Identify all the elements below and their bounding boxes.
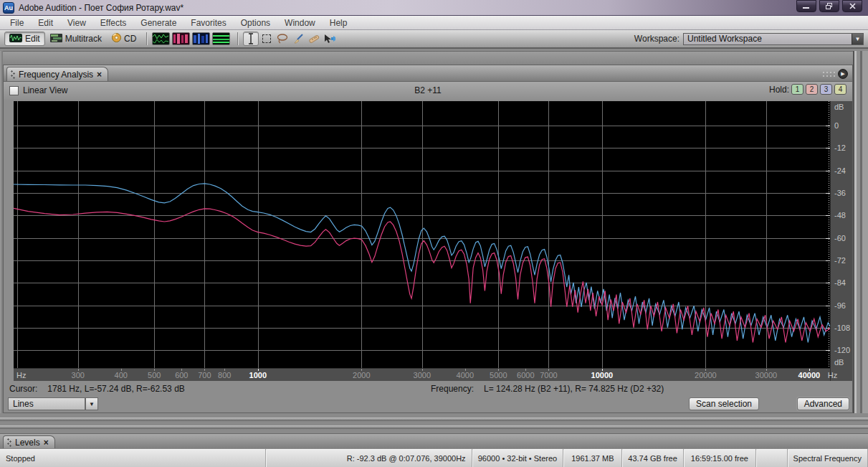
- tab-grip-icon: [11, 70, 15, 79]
- freq-tick: [258, 369, 259, 371]
- db-axis-label: 0: [834, 121, 839, 130]
- menu-generate[interactable]: Generate: [133, 16, 183, 29]
- chevron-down-icon[interactable]: ▼: [85, 397, 98, 410]
- menu-file[interactable]: File: [3, 16, 31, 29]
- waveform-display-button[interactable]: [152, 32, 170, 45]
- freq-tick: [705, 369, 706, 371]
- freq-axis-unit-right: Hz: [828, 371, 837, 379]
- freq-axis-label: 20000: [684, 371, 727, 379]
- panel-menu-button[interactable]: ▶: [838, 69, 848, 79]
- splitter-groove: [0, 418, 868, 421]
- db-axis-label: -84: [834, 278, 846, 287]
- advanced-button[interactable]: Advanced: [797, 397, 849, 410]
- menu-window[interactable]: Window: [277, 16, 323, 29]
- status-bar: StoppedR: -92.3 dB @ 0:07.076, 39000Hz96…: [0, 448, 868, 467]
- hold-button-3[interactable]: 3: [820, 84, 832, 95]
- menu-effects[interactable]: Effects: [93, 16, 133, 29]
- minimize-button[interactable]: [796, 0, 816, 12]
- tab-close-icon[interactable]: ×: [97, 71, 102, 78]
- freq-tick: [361, 369, 362, 371]
- freq-tick: [121, 369, 122, 371]
- chart-plot-area[interactable]: [14, 101, 830, 368]
- tab-frequency-analysis[interactable]: Frequency Analysis ×: [6, 67, 108, 81]
- hold-label: Hold:: [769, 85, 789, 95]
- freq-axis-label: 1000: [237, 371, 280, 379]
- status-segment-3: 1961.37 MB: [563, 449, 622, 467]
- frequency-label: Frequency:: [431, 384, 474, 394]
- db-axis-label: -120: [834, 346, 850, 354]
- workspace-select[interactable]: Untitled Workspace ▼: [683, 33, 864, 45]
- spectral-pan-display-button[interactable]: [192, 32, 210, 45]
- freq-axis-label: 3000: [401, 371, 444, 379]
- status-segment-4: 43.74 GB free: [622, 449, 684, 467]
- freq-tick: [525, 369, 526, 371]
- status-segment-0: Stopped: [0, 449, 266, 467]
- window-frame-right: [853, 51, 868, 433]
- spectral-phase-display-button[interactable]: [212, 32, 230, 45]
- frequency-chart: dB0-12-24-36-48-60-72-84-96-108-120dB 30…: [14, 101, 852, 381]
- dock-splitter[interactable]: [0, 413, 868, 433]
- hold-button-4[interactable]: 4: [834, 84, 846, 95]
- status-segment-2: 96000 • 32-bit • Stereo: [472, 449, 564, 467]
- frequency-analysis-panel: Frequency Analysis × ▶ Linear View B2 +1…: [3, 65, 853, 413]
- menu-options[interactable]: Options: [234, 16, 277, 29]
- restore-button[interactable]: [819, 0, 839, 12]
- series-right-channel: [14, 208, 830, 342]
- freq-axis-unit-left: Hz: [16, 371, 26, 379]
- scan-selection-button[interactable]: Scan selection: [689, 397, 759, 410]
- freq-tick: [465, 369, 466, 371]
- freq-tick: [548, 369, 549, 371]
- menu-favorites[interactable]: Favorites: [183, 16, 233, 29]
- freq-tick: [809, 369, 810, 371]
- cd-icon: [112, 33, 121, 44]
- tab-levels[interactable]: Levels ×: [3, 435, 55, 448]
- frequency-axis: 3004005006007008001000200030004000500060…: [14, 368, 830, 381]
- splitter-groove: [0, 425, 868, 429]
- spot-healing-brush-tool[interactable]: [306, 32, 322, 46]
- status-segment-5: 16:59:15.00 free: [684, 449, 756, 467]
- hold-button-1[interactable]: 1: [791, 84, 803, 95]
- tab-close-icon[interactable]: ×: [44, 439, 49, 446]
- series-left-channel: [14, 184, 830, 343]
- close-button[interactable]: [842, 0, 862, 12]
- db-axis-label: -48: [834, 211, 846, 220]
- db-axis-label: -24: [834, 166, 846, 175]
- toolbar-separator: [146, 32, 147, 45]
- display-mode-value: Lines: [13, 399, 34, 409]
- db-axis-label: dB: [834, 358, 844, 367]
- menu-edit[interactable]: Edit: [31, 16, 60, 29]
- dock-top-strip: [0, 51, 868, 65]
- spectral-frequency-display-button[interactable]: [172, 32, 190, 45]
- db-axis-label: -96: [834, 301, 846, 310]
- freq-axis-label: 10000: [581, 371, 624, 379]
- freq-axis-label: 300: [57, 371, 100, 379]
- freq-tick: [498, 369, 499, 371]
- display-mode-select[interactable]: Lines: [8, 397, 85, 410]
- hold-button-2[interactable]: 2: [806, 84, 818, 95]
- time-selection-tool[interactable]: [243, 32, 259, 46]
- workspace-value: Untitled Workspace: [687, 34, 762, 44]
- toolbar-separator: [237, 32, 238, 45]
- scrub-tool[interactable]: [322, 32, 338, 46]
- multitrack-view-button[interactable]: Multitrack: [45, 32, 107, 46]
- lasso-selection-tool[interactable]: [275, 32, 290, 46]
- freq-axis-label: 30000: [745, 371, 788, 379]
- db-axis-label: -12: [834, 143, 846, 152]
- note-readout: B2 +11: [4, 85, 852, 95]
- levels-panel-bar: Levels ×: [0, 433, 868, 448]
- menu-view[interactable]: View: [60, 16, 93, 29]
- menu-help[interactable]: Help: [323, 16, 355, 29]
- status-segment-1: R: -92.3 dB @ 0:07.076, 39000Hz: [266, 449, 472, 467]
- tab-grip-icon: [7, 438, 11, 447]
- db-axis-label: -60: [834, 234, 846, 242]
- cursor-label: Cursor:: [9, 384, 37, 394]
- chevron-down-icon[interactable]: ▼: [852, 34, 863, 44]
- cd-view-button[interactable]: CD: [107, 32, 141, 46]
- marquee-selection-tool[interactable]: [259, 32, 275, 46]
- cursor-value: 1781 Hz, L=-57.24 dB, R=-62.53 dB: [47, 384, 184, 394]
- status-segment-7: Spectral Frequency: [788, 449, 868, 467]
- multitrack-label: Multitrack: [65, 34, 102, 44]
- panel-controls-row: Lines ▼ Scan selection Advanced: [4, 397, 854, 412]
- edit-view-button[interactable]: Edit: [4, 32, 45, 46]
- effects-paintbrush-tool[interactable]: [290, 32, 306, 46]
